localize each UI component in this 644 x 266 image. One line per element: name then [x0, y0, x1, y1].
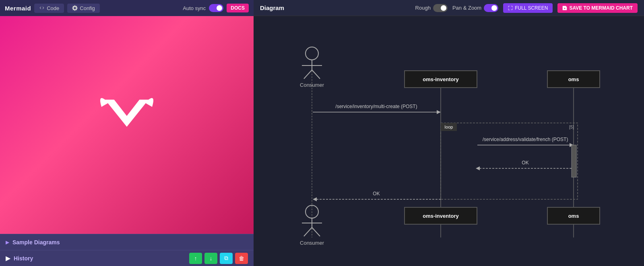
- oms-bottom-label: oms: [568, 213, 579, 219]
- config-icon: [72, 5, 78, 11]
- history-label: History: [14, 255, 33, 262]
- save-button[interactable]: SAVE TO MERMAID CHART: [557, 3, 638, 13]
- sequence-diagram: Consumer oms-inventory oms /service/inve…: [268, 25, 630, 258]
- svg-point-3: [305, 47, 318, 60]
- left-bottom: ▶ Sample Diagrams ▶ History ↑ ↓ ⧉ 🗑: [0, 234, 254, 266]
- pan-zoom-toggle[interactable]: [484, 4, 498, 12]
- right-header: Diagram Rough Pan & Zoom: [254, 0, 644, 16]
- upload-button[interactable]: ↑: [189, 253, 202, 264]
- history-row: ▶ History ↑ ↓ ⧉ 🗑: [0, 250, 254, 266]
- svg-marker-11: [437, 110, 441, 114]
- fullscreen-label: FULL SCREEN: [515, 5, 548, 11]
- right-header-controls: Rough Pan & Zoom: [415, 3, 638, 13]
- auto-sync-label: Auto sync: [183, 5, 206, 11]
- app-container: Mermaid Code Config Auto sync: [0, 0, 644, 266]
- auto-sync-toggle[interactable]: [209, 4, 223, 12]
- svg-line-7: [312, 70, 320, 79]
- delete-button[interactable]: 🗑: [235, 253, 248, 264]
- docs-button[interactable]: DOCS: [227, 4, 249, 12]
- arrow2-label: /service/address/validate/french (POST): [483, 137, 568, 142]
- right-panel: Diagram Rough Pan & Zoom: [254, 0, 644, 266]
- pan-zoom-toggle-group: Pan & Zoom: [452, 4, 498, 12]
- download-button[interactable]: ↓: [204, 253, 217, 264]
- oms-top-label: oms: [568, 76, 579, 82]
- tab-config[interactable]: Config: [67, 4, 100, 13]
- svg-rect-16: [572, 145, 576, 177]
- left-header-left: Mermaid Code Config: [5, 4, 100, 13]
- svg-marker-18: [476, 166, 480, 170]
- diagram-area: Consumer oms-inventory oms /service/inve…: [254, 16, 644, 266]
- svg-line-25: [312, 227, 320, 236]
- svg-line-6: [304, 70, 312, 79]
- loop-condition: [5]: [569, 125, 574, 129]
- svg-line-24: [304, 227, 312, 236]
- save-icon: [562, 6, 567, 10]
- chevron-right-icon: ▶: [6, 239, 9, 245]
- left-header: Mermaid Code Config Auto sync: [0, 0, 254, 16]
- consumer-top-label: Consumer: [300, 82, 324, 88]
- loop-label: loop: [445, 125, 453, 129]
- arrow4-label: OK: [373, 191, 380, 196]
- save-label: SAVE TO MERMAID CHART: [569, 5, 633, 11]
- svg-rect-12: [441, 123, 578, 199]
- mermaid-logo-icon: [91, 89, 163, 161]
- fullscreen-icon: [508, 6, 513, 10]
- pan-zoom-label: Pan & Zoom: [452, 5, 481, 11]
- rough-toggle[interactable]: [433, 4, 448, 12]
- copy-button[interactable]: ⧉: [220, 253, 233, 264]
- sample-diagrams-row[interactable]: ▶ Sample Diagrams: [0, 234, 254, 250]
- history-actions: ↑ ↓ ⧉ 🗑: [189, 253, 248, 264]
- chevron-right-icon-2: ▶: [6, 254, 10, 262]
- arrow3-label: OK: [522, 160, 528, 166]
- oms-inventory-top-label: oms-inventory: [423, 76, 459, 82]
- rough-label: Rough: [415, 5, 431, 11]
- brand-name: Mermaid: [5, 5, 31, 12]
- tab-code[interactable]: Code: [34, 4, 64, 13]
- svg-marker-20: [313, 197, 317, 201]
- arrow1-label: /service/inventory/multi-create (POST): [335, 104, 417, 109]
- fullscreen-button[interactable]: FULL SCREEN: [503, 3, 553, 13]
- diagram-title: Diagram: [260, 4, 284, 11]
- left-panel: Mermaid Code Config Auto sync: [0, 0, 254, 266]
- code-icon: [39, 5, 45, 11]
- oms-inventory-bottom-label: oms-inventory: [423, 213, 459, 219]
- canvas-area: [0, 16, 254, 234]
- consumer-bottom-label: Consumer: [300, 240, 324, 246]
- left-header-right: Auto sync DOCS: [183, 4, 249, 12]
- sample-diagrams-label: Sample Diagrams: [12, 239, 60, 246]
- rough-toggle-group: Rough: [415, 4, 448, 12]
